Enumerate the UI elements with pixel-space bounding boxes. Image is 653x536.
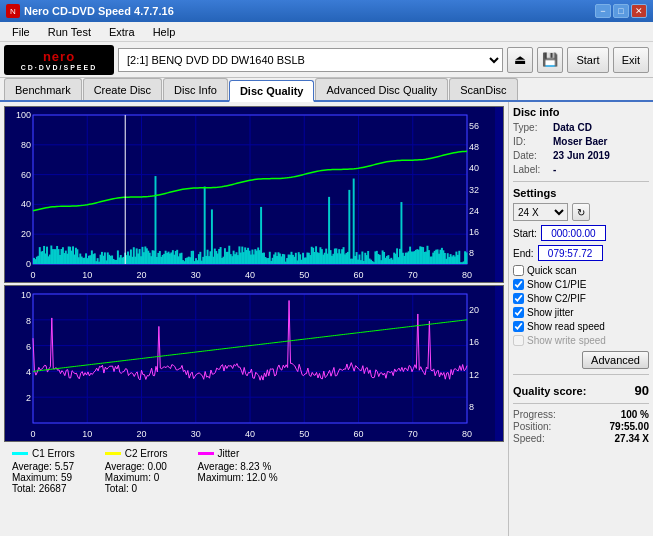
toolbar: nero CD·DVD/SPEED [2:1] BENQ DVD DD DW16… — [0, 42, 653, 78]
c2-total: Total: 0 — [105, 483, 168, 494]
menu-file[interactable]: File — [4, 24, 38, 40]
save-button[interactable]: 💾 — [537, 47, 563, 73]
position-value: 79:55.00 — [610, 421, 649, 432]
app-icon: N — [6, 4, 20, 18]
advanced-button[interactable]: Advanced — [582, 351, 649, 369]
legend-jitter: Jitter Average: 8.23 % Maximum: 12.0 % — [198, 448, 278, 505]
progress-label: Progress: — [513, 409, 556, 420]
speed-row: 24 X ↻ — [513, 203, 649, 221]
drive-select[interactable]: [2:1] BENQ DVD DD DW1640 BSLB — [118, 48, 503, 72]
show-read-speed-label: Show read speed — [527, 321, 605, 332]
start-input[interactable] — [541, 225, 606, 241]
tabs-bar: Benchmark Create Disc Disc Info Disc Qua… — [0, 78, 653, 102]
top-chart — [4, 106, 504, 283]
show-c2-label: Show C2/PIF — [527, 293, 586, 304]
menu-help[interactable]: Help — [145, 24, 184, 40]
app-title: Nero CD-DVD Speed 4.7.7.16 — [24, 5, 174, 17]
tab-benchmark[interactable]: Benchmark — [4, 78, 82, 100]
c2-max: Maximum: 0 — [105, 472, 168, 483]
disc-label-value: - — [553, 164, 556, 175]
end-label: End: — [513, 248, 534, 259]
position-label: Position: — [513, 421, 551, 432]
date-value: 23 Jun 2019 — [553, 150, 610, 161]
settings-title: Settings — [513, 187, 649, 199]
start-button[interactable]: Start — [567, 47, 608, 73]
show-c2-row: Show C2/PIF — [513, 293, 649, 304]
quality-score-label: Quality score: — [513, 385, 586, 397]
divider-2 — [513, 374, 649, 375]
show-c1-checkbox[interactable] — [513, 279, 524, 290]
menu-bar: File Run Test Extra Help — [0, 22, 653, 42]
show-c2-checkbox[interactable] — [513, 293, 524, 304]
legend-c1: C1 Errors Average: 5.57 Maximum: 59 Tota… — [12, 448, 75, 505]
jitter-label: Jitter — [218, 448, 240, 459]
end-input[interactable] — [538, 245, 603, 261]
bottom-chart — [4, 285, 504, 442]
quality-score-value: 90 — [635, 383, 649, 398]
quick-scan-checkbox[interactable] — [513, 265, 524, 276]
id-label: ID: — [513, 136, 553, 147]
type-label: Type: — [513, 122, 553, 133]
legend-c2: C2 Errors Average: 0.00 Maximum: 0 Total… — [105, 448, 168, 505]
disc-info-title: Disc info — [513, 106, 649, 118]
jitter-max: Maximum: 12.0 % — [198, 472, 278, 483]
divider-3 — [513, 403, 649, 404]
show-read-speed-checkbox[interactable] — [513, 321, 524, 332]
speed-label: Speed: — [513, 433, 545, 444]
c2-color — [105, 452, 121, 455]
show-write-speed-label: Show write speed — [527, 335, 606, 346]
maximize-button[interactable]: □ — [613, 4, 629, 18]
c1-total: Total: 26687 — [12, 483, 75, 494]
tab-create-disc[interactable]: Create Disc — [83, 78, 162, 100]
window-controls: − □ ✕ — [595, 4, 647, 18]
title-bar: N Nero CD-DVD Speed 4.7.7.16 − □ ✕ — [0, 0, 653, 22]
main-content: C1 Errors Average: 5.57 Maximum: 59 Tota… — [0, 102, 653, 536]
progress-section: Progress: 100 % Position: 79:55.00 Speed… — [513, 409, 649, 445]
type-value: Data CD — [553, 122, 592, 133]
disc-label-label: Label: — [513, 164, 553, 175]
jitter-avg: Average: 8.23 % — [198, 461, 278, 472]
end-row: End: — [513, 245, 649, 261]
jitter-color — [198, 452, 214, 455]
id-value: Moser Baer — [553, 136, 607, 147]
quality-score-row: Quality score: 90 — [513, 383, 649, 398]
show-jitter-label: Show jitter — [527, 307, 574, 318]
close-button[interactable]: ✕ — [631, 4, 647, 18]
c1-color — [12, 452, 28, 455]
date-label: Date: — [513, 150, 553, 161]
eject-button[interactable]: ⏏ — [507, 47, 533, 73]
show-read-speed-row: Show read speed — [513, 321, 649, 332]
speed-value: 27.34 X — [615, 433, 649, 444]
progress-value: 100 % — [621, 409, 649, 420]
legend-area: C1 Errors Average: 5.57 Maximum: 59 Tota… — [4, 444, 504, 509]
start-label: Start: — [513, 228, 537, 239]
quick-scan-row: Quick scan — [513, 265, 649, 276]
quick-scan-label: Quick scan — [527, 265, 576, 276]
tab-disc-quality[interactable]: Disc Quality — [229, 80, 315, 102]
nero-logo: nero CD·DVD/SPEED — [4, 45, 114, 75]
menu-runtest[interactable]: Run Test — [40, 24, 99, 40]
minimize-button[interactable]: − — [595, 4, 611, 18]
show-c1-row: Show C1/PIE — [513, 279, 649, 290]
show-write-speed-checkbox[interactable] — [513, 335, 524, 346]
show-write-speed-row: Show write speed — [513, 335, 649, 346]
refresh-button[interactable]: ↻ — [572, 203, 590, 221]
c1-max: Maximum: 59 — [12, 472, 75, 483]
c2-label: C2 Errors — [125, 448, 168, 459]
divider-1 — [513, 181, 649, 182]
right-panel: Disc info Type: Data CD ID: Moser Baer D… — [508, 102, 653, 536]
show-c1-label: Show C1/PIE — [527, 279, 586, 290]
c1-avg: Average: 5.57 — [12, 461, 75, 472]
show-jitter-checkbox[interactable] — [513, 307, 524, 318]
c1-label: C1 Errors — [32, 448, 75, 459]
show-jitter-row: Show jitter — [513, 307, 649, 318]
speed-select[interactable]: 24 X — [513, 203, 568, 221]
tab-advanced-disc-quality[interactable]: Advanced Disc Quality — [315, 78, 448, 100]
tab-scandisc[interactable]: ScanDisc — [449, 78, 517, 100]
tab-disc-info[interactable]: Disc Info — [163, 78, 228, 100]
start-row: Start: — [513, 225, 649, 241]
c2-avg: Average: 0.00 — [105, 461, 168, 472]
charts-area: C1 Errors Average: 5.57 Maximum: 59 Tota… — [0, 102, 508, 536]
exit-button[interactable]: Exit — [613, 47, 649, 73]
menu-extra[interactable]: Extra — [101, 24, 143, 40]
